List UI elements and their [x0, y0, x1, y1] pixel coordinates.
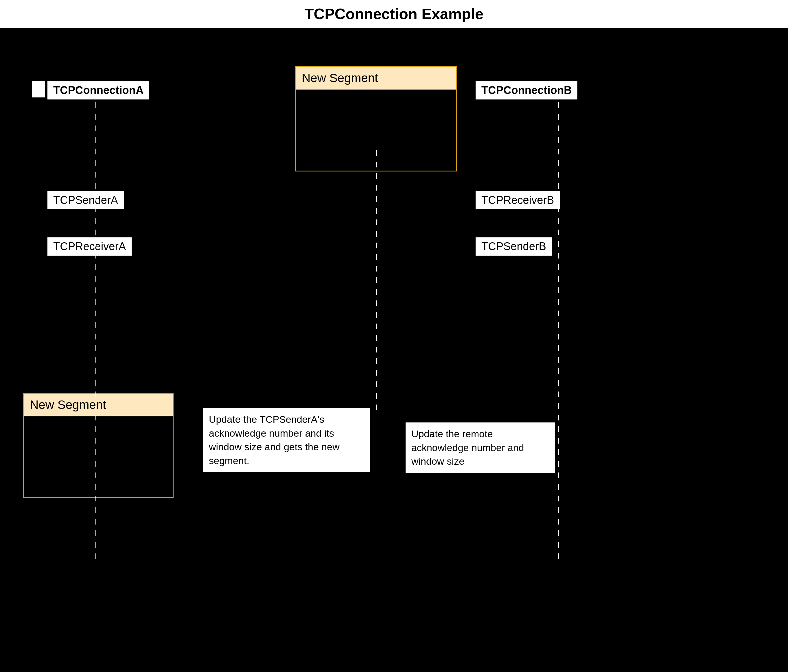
new-segment-header-1: New Segment	[296, 67, 456, 90]
tcp-receiver-b-box: TCPReceiverB	[475, 190, 560, 210]
new-segment-header-2: New Segment	[24, 394, 173, 416]
note-box-1: Update the TCPSenderA's acknowledge numb…	[202, 407, 370, 473]
lifeline-tcp-connection-a	[95, 102, 96, 565]
tcp-receiver-a-box: TCPReceiverA	[47, 237, 132, 256]
tcp-connection-a-box: TCPConnectionA	[47, 81, 150, 100]
note-box-2: Update the remote acknowledge number and…	[405, 422, 555, 474]
tcp-connection-a-indicator	[31, 81, 46, 98]
diagram-area: TCPConnectionA TCPConnectionB New Segmen…	[0, 29, 788, 672]
page-title: TCPConnection Example	[305, 5, 483, 22]
lifeline-new-segment-1	[376, 150, 377, 410]
tcp-sender-a-box: TCPSenderA	[47, 190, 124, 210]
new-segment-body-2	[24, 416, 173, 498]
tcp-connection-b-box: TCPConnectionB	[475, 81, 578, 100]
lifeline-tcp-connection-b	[558, 102, 559, 565]
new-segment-box-2: New Segment	[23, 393, 173, 498]
title-bar: TCPConnection Example	[0, 0, 788, 29]
tcp-sender-b-box: TCPSenderB	[475, 237, 553, 256]
